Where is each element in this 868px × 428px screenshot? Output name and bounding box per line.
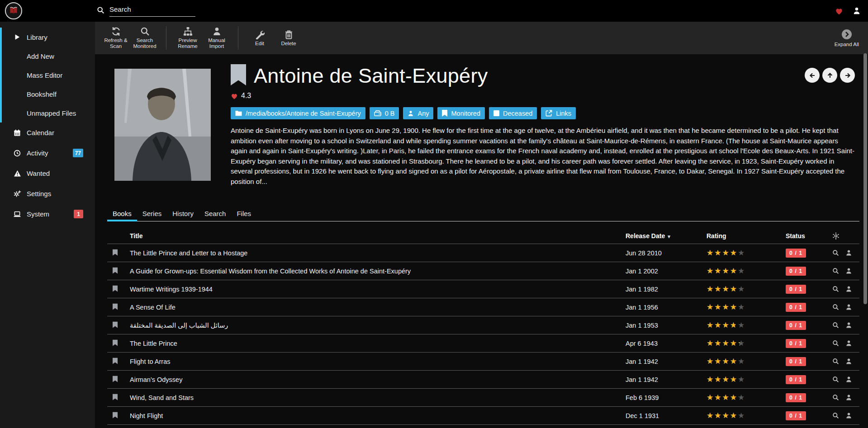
clock-icon	[13, 149, 21, 157]
search-book-icon[interactable]	[832, 249, 839, 256]
user-account-icon[interactable]	[853, 7, 861, 15]
sidebar-item-wanted[interactable]: Wanted	[0, 163, 95, 183]
sidebar-item-unmapped-files[interactable]: Unmapped Files	[0, 103, 95, 122]
status-badge: 0 / 1	[786, 339, 806, 348]
book-title-link[interactable]: The Little Prince	[130, 340, 626, 347]
search-monitored-button[interactable]: SearchMonitored	[130, 27, 159, 49]
search-book-icon[interactable]	[832, 376, 839, 383]
sidebar-item-add-new[interactable]: Add New	[0, 47, 95, 66]
quality-profile-chip[interactable]: Any	[403, 107, 433, 119]
interactive-search-icon[interactable]	[845, 394, 852, 401]
toolbar-button-label: Refresh &Scan	[104, 38, 127, 49]
interactive-search-icon[interactable]	[845, 412, 852, 419]
sidebar-item-settings[interactable]: Settings	[0, 183, 95, 204]
sidebar-item-label: Wanted	[27, 169, 50, 177]
bookmark-icon[interactable]	[113, 394, 118, 402]
bookmark-icon[interactable]	[113, 412, 118, 420]
search-book-icon[interactable]	[832, 412, 839, 419]
delete-button[interactable]: Delete	[274, 30, 303, 47]
search-book-icon[interactable]	[832, 358, 839, 365]
drive-icon	[374, 110, 381, 116]
sidebar-item-label: Add New	[27, 52, 54, 60]
tab-series[interactable]: Series	[137, 206, 167, 221]
tab-history[interactable]: History	[167, 206, 199, 221]
search-book-icon[interactable]	[832, 322, 839, 329]
book-title-link[interactable]: A Guide for Grown-ups: Essential Wisdom …	[130, 268, 626, 275]
sidebar-item-label: Activity	[27, 149, 48, 157]
interactive-search-icon[interactable]	[845, 304, 852, 310]
topbar-right	[835, 0, 861, 22]
bookmark-icon[interactable]	[113, 321, 118, 329]
toolbar-separator	[238, 26, 238, 50]
path-chip[interactable]: /media/books/Antoine de Saint-Exupéry	[231, 107, 365, 119]
release-date: Jan 1 1942	[626, 358, 707, 365]
manual-import-button[interactable]: ManualImport	[202, 27, 231, 49]
header-title[interactable]: Title	[130, 232, 626, 240]
table-options-gear-icon[interactable]	[832, 232, 840, 240]
global-search	[97, 5, 195, 17]
monitored-chip[interactable]: Monitored	[437, 107, 484, 119]
page-scrollbar[interactable]	[863, 53, 867, 304]
book-title-link[interactable]: Airman's Odyssey	[130, 376, 626, 383]
monitored-bookmark-icon[interactable]	[231, 64, 246, 85]
book-title-link[interactable]: Wartime Writings 1939-1944	[130, 286, 626, 293]
readarr-logo[interactable]	[5, 2, 22, 19]
header-release-date[interactable]: Release Date▾	[626, 232, 707, 240]
sidebar-item-mass-editor[interactable]: Mass Editor	[0, 66, 95, 85]
expand-all-button[interactable]: Expand All	[835, 29, 859, 47]
tab-files[interactable]: Files	[231, 206, 256, 221]
sidebar-item-library[interactable]: Library	[0, 28, 95, 47]
toolbar-separator	[166, 26, 166, 50]
search-book-icon[interactable]	[832, 394, 839, 401]
bookmark-icon[interactable]	[113, 285, 118, 293]
author-name: Antoine de Saint-Exupéry	[254, 64, 488, 88]
interactive-search-icon[interactable]	[845, 340, 852, 347]
sidebar-item-system[interactable]: System 1	[0, 204, 95, 224]
wrench-icon	[255, 30, 265, 39]
detail-tabs: Books Series History Search Files	[107, 206, 859, 221]
bookmark-icon[interactable]	[113, 376, 118, 384]
book-title-link[interactable]: Flight to Arras	[130, 358, 626, 365]
search-book-icon[interactable]	[832, 340, 839, 347]
header-status[interactable]: Status	[786, 232, 832, 240]
refresh-scan-button[interactable]: Refresh &Scan	[101, 27, 130, 49]
bookmark-icon[interactable]	[113, 303, 118, 311]
interactive-search-icon[interactable]	[845, 358, 852, 365]
sidebar-item-bookshelf[interactable]: Bookshelf	[0, 85, 95, 103]
bookmark-icon[interactable]	[113, 357, 118, 366]
donate-heart-icon[interactable]	[835, 7, 843, 15]
search-book-icon[interactable]	[832, 304, 839, 310]
book-title-link[interactable]: رسائل الشباب إلى الصديقة المختلقة	[130, 322, 626, 329]
interactive-search-icon[interactable]	[845, 376, 852, 383]
size-chip[interactable]: 0 B	[370, 107, 399, 119]
interactive-search-icon[interactable]	[845, 286, 852, 292]
bookmark-icon[interactable]	[113, 339, 118, 348]
preview-rename-button[interactable]: PreviewRename	[173, 27, 202, 49]
book-title-link[interactable]: The Little Prince and Letter to a Hostag…	[130, 249, 626, 257]
interactive-search-icon[interactable]	[845, 322, 852, 329]
bookmark-icon[interactable]	[113, 249, 118, 257]
person-icon	[212, 27, 222, 36]
toolbar-button-label: PreviewRename	[178, 38, 197, 49]
sidebar-item-calendar[interactable]: Calendar	[0, 122, 95, 143]
search-book-icon[interactable]	[832, 268, 839, 274]
header-rating[interactable]: Rating	[707, 232, 786, 240]
book-title-link[interactable]: A Sense Of Life	[130, 304, 626, 311]
links-chip[interactable]: Links	[541, 107, 576, 119]
sidebar-item-activity[interactable]: Activity 77	[0, 143, 95, 163]
sidebar-item-label: Settings	[27, 190, 51, 198]
bookmark-icon[interactable]	[113, 267, 118, 275]
book-title-link[interactable]: Night Flight	[130, 412, 626, 419]
interactive-search-icon[interactable]	[845, 249, 852, 256]
table-row: The Little Prince and Letter to a Hostag…	[107, 244, 859, 262]
tab-search[interactable]: Search	[199, 206, 232, 221]
table-row: رسائل الشباب إلى الصديقة المختلقة Jan 1 …	[107, 316, 859, 334]
search-input[interactable]	[109, 5, 195, 17]
status-deceased-chip[interactable]: Deceased	[489, 107, 537, 119]
interactive-search-icon[interactable]	[845, 268, 852, 274]
edit-button[interactable]: Edit	[245, 30, 274, 47]
search-book-icon[interactable]	[832, 286, 839, 292]
tab-books[interactable]: Books	[107, 206, 137, 221]
book-title-link[interactable]: Wind, Sand and Stars	[130, 394, 626, 401]
square-icon	[493, 110, 499, 116]
